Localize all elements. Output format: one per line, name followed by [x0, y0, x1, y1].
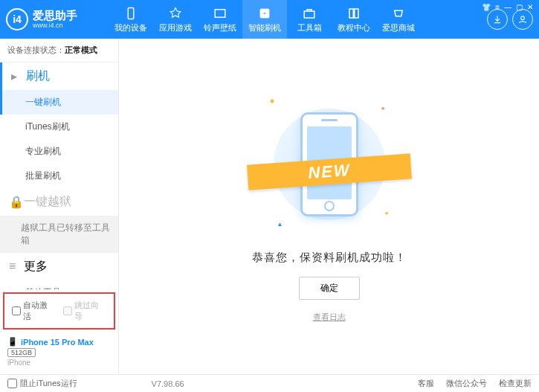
section-more[interactable]: ≡ 更多: [0, 253, 118, 280]
device-info: 📱 iPhone 15 Pro Max 512GB iPhone: [0, 332, 118, 374]
svg-rect-0: [128, 7, 134, 19]
svg-point-4: [521, 16, 525, 20]
nav-apps-games[interactable]: 应用游戏: [153, 0, 198, 39]
menu-jailbreak-moved[interactable]: 越狱工具已转移至工具箱: [0, 216, 118, 253]
sidebar: 设备连接状态：正常模式 ▸ 刷机 一键刷机 iTunes刷机 专业刷机 批量刷机…: [0, 39, 119, 374]
profile-button[interactable]: [512, 9, 533, 30]
nav-toolbox[interactable]: 工具箱: [287, 0, 332, 39]
skip-guide-checkbox[interactable]: 跳过向导: [63, 300, 107, 322]
menu-one-click-flash[interactable]: 一键刷机: [0, 90, 118, 115]
image-icon: [213, 6, 227, 21]
flash-section-icon: ▸: [11, 69, 22, 83]
statusbar: 阻止iTunes运行 V7.98.66 客服 微信公众号 检查更新: [0, 374, 539, 392]
app-name: 爱思助手: [33, 10, 77, 22]
download-button[interactable]: [487, 9, 508, 30]
ok-button[interactable]: 确定: [299, 277, 360, 300]
wechat-link[interactable]: 微信公众号: [446, 378, 487, 389]
menu-icon[interactable]: ≡: [495, 3, 500, 11]
view-log-link[interactable]: 查看日志: [313, 312, 346, 323]
phone-icon: [123, 6, 138, 21]
app-url: www.i4.cn: [33, 22, 77, 29]
block-itunes-checkbox[interactable]: 阻止iTunes运行: [7, 378, 77, 389]
more-icon: ≡: [9, 260, 19, 273]
titlebar: i4 爱思助手 www.i4.cn 我的设备 应用游戏 铃声壁纸 智能刷机 工具…: [0, 0, 539, 39]
menu-pro-flash[interactable]: 专业刷机: [0, 139, 118, 164]
cart-icon: [391, 6, 406, 21]
check-update-link[interactable]: 检查更新: [499, 378, 532, 389]
nav-smart-flash[interactable]: 智能刷机: [242, 0, 287, 39]
device-name[interactable]: 📱 iPhone 15 Pro Max: [7, 337, 111, 347]
toolbox-icon: [302, 6, 317, 21]
menu-itunes-flash[interactable]: iTunes刷机: [0, 115, 118, 139]
book-icon: [346, 6, 361, 21]
menu-batch-flash[interactable]: 批量刷机: [0, 164, 118, 188]
maximize-icon[interactable]: ▢: [516, 3, 523, 11]
nav-tutorials[interactable]: 教程中心: [332, 0, 376, 39]
device-phone-icon: 📱: [7, 337, 18, 347]
logo-icon: i4: [6, 8, 28, 30]
section-jailbreak: 🔒 一键越狱: [0, 188, 118, 216]
flash-icon: [257, 6, 272, 21]
menu-other-tools[interactable]: 其他工具: [0, 280, 118, 289]
svg-rect-1: [215, 9, 225, 17]
device-type: iPhone: [7, 359, 111, 367]
svg-rect-3: [304, 11, 314, 18]
app-logo: i4 爱思助手 www.i4.cn: [6, 8, 109, 30]
support-link[interactable]: 客服: [418, 378, 434, 389]
nav-store[interactable]: 爱思商城: [376, 0, 421, 39]
lock-icon: 🔒: [9, 195, 19, 209]
main-content: ◆●▲● NEW 恭喜您，保资料刷机成功啦！ 确定 查看日志: [119, 39, 539, 374]
version-label: V7.98.66: [152, 379, 184, 388]
device-storage: 512GB: [7, 348, 36, 357]
nav-ringtones[interactable]: 铃声壁纸: [198, 0, 242, 39]
auto-activate-checkbox[interactable]: 自动激活: [12, 300, 56, 322]
section-flash[interactable]: ▸ 刷机: [0, 62, 118, 90]
skin-icon[interactable]: 👕: [482, 3, 491, 11]
apps-icon: [168, 6, 183, 21]
nav-my-device[interactable]: 我的设备: [109, 0, 153, 39]
connection-status: 设备连接状态：正常模式: [0, 39, 118, 62]
close-icon[interactable]: ✕: [527, 3, 533, 11]
options-row: 自动激活 跳过向导: [3, 292, 115, 330]
success-illustration: ◆●▲● NEW: [262, 90, 396, 239]
success-message: 恭喜您，保资料刷机成功啦！: [252, 251, 407, 265]
minimize-icon[interactable]: —: [504, 3, 511, 11]
